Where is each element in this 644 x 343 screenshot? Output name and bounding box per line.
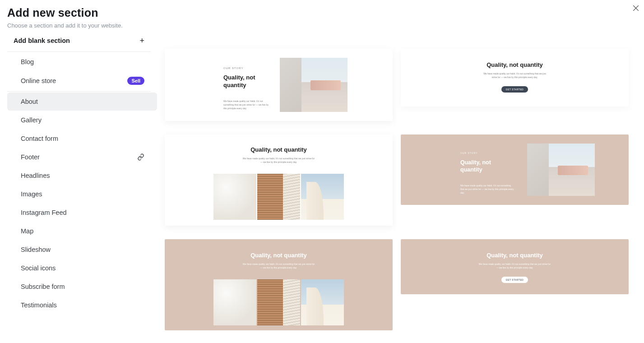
sidebar-item-map[interactable]: Map	[7, 222, 158, 240]
template-body: We have made quality our habit. It's not…	[223, 99, 271, 110]
sidebar-item-images[interactable]: Images	[7, 185, 158, 203]
sidebar-item-social-icons[interactable]: Social icons	[7, 259, 158, 277]
template-body: We have made quality our habit. It's not…	[479, 262, 551, 269]
template-title: Quality, not quantity	[223, 74, 264, 89]
sidebar-item-headlines[interactable]: Headlines	[7, 167, 158, 185]
page-subtitle: Choose a section and add it to your webs…	[7, 22, 637, 29]
sidebar-item-gallery[interactable]: Gallery	[7, 111, 158, 129]
template-title: Quality, not quantity	[460, 159, 496, 174]
sidebar-item-label: Slideshow	[21, 246, 51, 253]
template-eyebrow: OUR STORY	[460, 152, 523, 154]
template-image	[257, 279, 300, 325]
sidebar-item-label: Gallery	[21, 116, 42, 124]
template-body: We have made quality our habit. It's not…	[481, 72, 549, 79]
template-title: Quality, not quantity	[165, 146, 393, 153]
template-image	[527, 144, 595, 196]
template-image	[301, 279, 344, 325]
divider	[7, 91, 151, 92]
template-button: GET STARTED	[501, 86, 528, 93]
template-body: We have made quality our habit. It's not…	[243, 262, 315, 269]
divider	[7, 51, 151, 52]
template-card-6[interactable]: Quality, not quantity We have made quali…	[401, 239, 629, 294]
sidebar-item-label: Footer	[21, 153, 40, 161]
template-gallery[interactable]: OUR STORY Quality, not quantity We have …	[158, 31, 644, 342]
page-title: Add new section	[7, 6, 637, 19]
sidebar-item-blog[interactable]: Blog	[7, 53, 158, 71]
sidebar-item-label: Online store	[21, 77, 56, 84]
sidebar-item-online-store[interactable]: Online store Sell	[7, 71, 158, 90]
add-blank-section[interactable]: Add blank section +	[0, 31, 158, 51]
template-title: Quality, not quantity	[401, 252, 629, 259]
sidebar-item-label: Social icons	[21, 264, 56, 272]
template-image	[213, 174, 256, 220]
sidebar-item-label: Headlines	[21, 172, 50, 179]
template-image	[257, 174, 300, 220]
sidebar-item-label: Instagram Feed	[21, 209, 67, 216]
link-icon	[137, 153, 144, 161]
sidebar-item-subscribe-form[interactable]: Subscribe form	[7, 278, 158, 296]
sidebar[interactable]: Add blank section + Blog Online store Se…	[0, 31, 158, 342]
close-icon[interactable]	[631, 4, 640, 13]
add-blank-label: Add blank section	[14, 37, 70, 44]
template-eyebrow: OUR STORY	[223, 67, 271, 70]
template-card-1[interactable]: OUR STORY Quality, not quantity We have …	[165, 49, 393, 121]
template-card-4[interactable]: OUR STORY Quality, not quantity We have …	[401, 134, 629, 205]
sidebar-item-about[interactable]: About	[7, 93, 157, 111]
template-image	[280, 58, 347, 112]
template-button: GET STARTED	[501, 277, 528, 283]
sidebar-item-instagram-feed[interactable]: Instagram Feed	[7, 204, 158, 222]
template-card-3[interactable]: Quality, not quantity We have made quali…	[165, 134, 393, 226]
template-title: Quality, not quantity	[165, 252, 393, 259]
plus-icon: +	[139, 37, 144, 45]
template-title: Quality, not quantity	[401, 61, 629, 68]
template-card-5[interactable]: Quality, not quantity We have made quali…	[165, 239, 393, 330]
sidebar-item-contact-form[interactable]: Contact form	[7, 130, 158, 148]
sidebar-item-label: Testimonials	[21, 301, 57, 309]
sell-badge: Sell	[127, 77, 144, 85]
template-card-2[interactable]: Quality, not quantity We have made quali…	[401, 49, 629, 107]
sidebar-item-label: Images	[21, 190, 42, 198]
sidebar-item-label: Subscribe form	[21, 283, 65, 290]
sidebar-item-slideshow[interactable]: Slideshow	[7, 241, 158, 259]
template-body: We have made quality our habit. It's not…	[460, 184, 514, 195]
sidebar-item-label: Blog	[21, 58, 34, 65]
sidebar-item-testimonials[interactable]: Testimonials	[7, 296, 158, 314]
template-body: We have made quality our habit. It's not…	[243, 157, 315, 164]
sidebar-item-footer[interactable]: Footer	[7, 148, 158, 166]
sidebar-item-label: Contact form	[21, 135, 58, 142]
sidebar-item-label: About	[21, 98, 38, 105]
template-image	[301, 174, 344, 220]
sidebar-item-label: Map	[21, 227, 33, 235]
template-image	[213, 279, 256, 325]
